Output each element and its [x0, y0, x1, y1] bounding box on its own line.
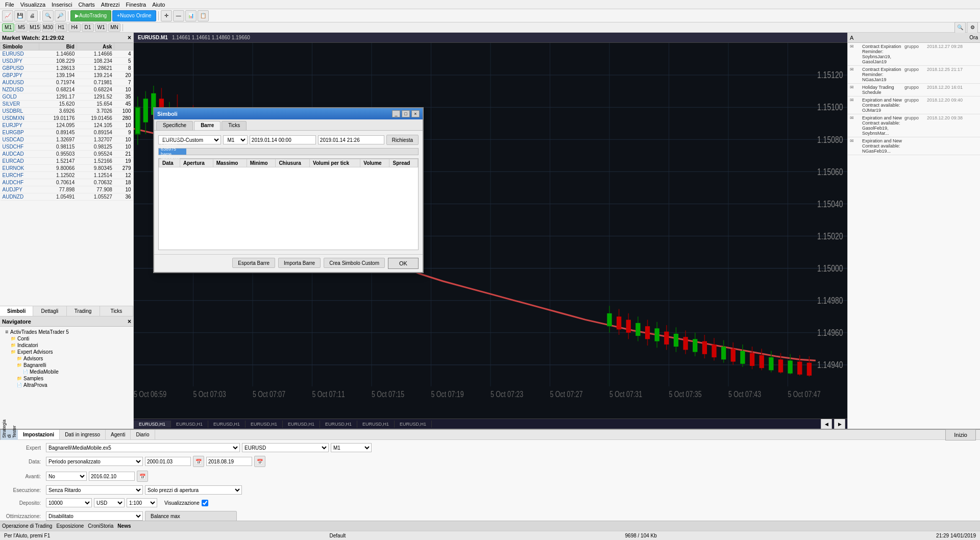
market-watch-close[interactable]: × [128, 34, 131, 41]
menu-attrezzi[interactable]: Attrezzi [98, 1, 123, 8]
importa-btn[interactable]: Importa Barre [278, 258, 321, 268]
chart-tab-eurusd-h1-4[interactable]: EURUSD,H1 [246, 421, 283, 428]
market-row[interactable]: GBPUSD 1.28613 1.28621 8 [1, 65, 133, 72]
tab-dati-ingresso[interactable]: Dati in ingresso [60, 430, 106, 439]
date-from-input[interactable] [145, 457, 191, 466]
market-row[interactable]: USDBRL 3.6926 3.7026 100 [1, 108, 133, 115]
tf-m5[interactable]: M5 [15, 23, 28, 32]
visualizzazione-check[interactable] [202, 500, 208, 506]
balance-btn[interactable]: Balance max [145, 511, 237, 521]
tree-item[interactable]: 📁 Indicatori [2, 342, 131, 349]
news-item[interactable]: ✉ Expiration and New Contract available:… [848, 96, 980, 114]
crosshair-btn[interactable]: ✛ [161, 10, 172, 21]
menu-visualizza[interactable]: Visualizza [17, 1, 48, 8]
expert-select[interactable]: Bagnarelli\MediaMobile.ex5 [46, 443, 240, 452]
dialog-maximize[interactable]: □ [402, 110, 410, 117]
data-select[interactable]: Periodo personalizzato [46, 457, 143, 466]
search-btn[interactable]: 🔍 [954, 22, 966, 33]
autotrading-btn[interactable]: ▶ AutoTrading [70, 10, 111, 21]
market-row[interactable]: AUDJPY 77.898 77.908 10 [1, 186, 133, 193]
chart-tab-eurusd-h1-6[interactable]: EURUSD,H1 [320, 421, 357, 428]
tree-item[interactable]: 📁 Expert Advisors [2, 349, 131, 355]
tf-m1[interactable]: M1 [2, 23, 14, 32]
richiesta-btn[interactable]: Richiesta [386, 135, 419, 145]
tf-h4[interactable]: H4 [68, 23, 81, 32]
zoom-in-btn[interactable]: 🔍 [42, 10, 54, 21]
dialog-tab-specifiche[interactable]: Specifiche [156, 121, 193, 130]
symbol-select[interactable]: EURUSD [242, 443, 329, 452]
tree-item[interactable]: 📁 Conti [2, 335, 131, 342]
line-btn[interactable]: — [173, 10, 184, 21]
tab-dettagli[interactable]: Dettagli [33, 306, 66, 316]
tf-d1[interactable]: D1 [82, 23, 94, 32]
template-btn[interactable]: 📋 [198, 10, 209, 21]
tf-mn[interactable]: MN [108, 23, 120, 32]
news-item[interactable]: ✉ Contract Expiration Reminder: NGasJan1… [848, 66, 980, 84]
menu-aiuto[interactable]: Aiuto [149, 1, 168, 8]
market-row[interactable]: GBPJPY 139.194 139.214 20 [1, 72, 133, 79]
tree-item[interactable]: 🖥 ActivTrades MetaTrader 5 [2, 329, 131, 335]
tab-operazione[interactable]: Operazione di Trading [2, 523, 52, 529]
tab-impostazioni[interactable]: Impostazioni [18, 430, 60, 439]
market-row[interactable]: EURCAD 1.52147 1.52166 19 [1, 158, 133, 165]
avanti-date-input[interactable] [89, 472, 135, 481]
chart-tab-eurusd-h1-2[interactable]: EURUSD,H1 [171, 421, 208, 428]
dialog-tf-select[interactable]: M1 [223, 135, 247, 144]
tab-diario[interactable]: Diario [131, 430, 155, 439]
tab-news[interactable]: News [117, 523, 131, 529]
market-row[interactable]: AUDCAD 0.95503 0.95524 21 [1, 151, 133, 158]
dialog-tab-ticks[interactable]: Ticks [222, 121, 247, 130]
news-item[interactable]: ✉ Expiration and New Contract available:… [848, 137, 980, 155]
market-row[interactable]: NZDUSD 0.68214 0.68224 10 [1, 86, 133, 93]
chart-tab-eurusd-h1-3[interactable]: EURUSD,H1 [208, 421, 246, 428]
save-btn[interactable]: 💾 [14, 10, 26, 21]
chart-scroll-right[interactable]: ▶ [834, 419, 845, 429]
tree-item[interactable]: 📄 AltraProva [2, 382, 131, 388]
tree-item[interactable]: 📄 MediaMobile [2, 369, 131, 375]
new-chart-btn[interactable]: 📈 [2, 10, 13, 21]
market-row[interactable]: USDCAD 1.32697 1.32707 10 [1, 136, 133, 143]
simboli-dialog[interactable]: Simboli _ □ × Specifiche Barre Ticks EUR… [153, 107, 424, 273]
inizio-btn[interactable]: Inizio [945, 429, 976, 440]
esecuzione-select[interactable]: Senza Ritardo [46, 485, 143, 495]
tab-cronistoria[interactable]: CroniStoria [88, 523, 113, 529]
market-row[interactable]: USDMXN 19.01176 19.01456 280 [1, 115, 133, 122]
date-from-cal[interactable]: 📅 [193, 456, 204, 467]
avanti-select[interactable]: No [46, 472, 87, 481]
tab-agenti[interactable]: Agenti [106, 430, 131, 439]
dialog-close[interactable]: × [411, 110, 420, 117]
tf-w1[interactable]: W1 [95, 23, 107, 32]
tester-side-tab[interactable]: Tester di Strategia [0, 430, 18, 440]
tab-esposizione[interactable]: Esposizione [56, 523, 84, 529]
avanti-cal[interactable]: 📅 [137, 471, 148, 482]
dialog-tab-barre[interactable]: Barre [194, 121, 220, 130]
print-btn[interactable]: 🖨 [27, 10, 38, 21]
ottimizzazione-select[interactable]: Disabilitato [46, 511, 143, 521]
news-item[interactable]: ✉ Holiday Trading Schedule gruppo 2018.1… [848, 84, 980, 96]
tf-m30[interactable]: M30 [42, 23, 54, 32]
market-row[interactable]: EURGBP 0.89145 0.89154 9 [1, 129, 133, 136]
market-row[interactable]: EURUSD 1.14660 1.14666 4 [1, 51, 133, 58]
crea-simbolo-btn[interactable]: Crea Simbolo Custom [324, 258, 385, 268]
market-row[interactable]: EURCHF 1.12502 1.12514 12 [1, 172, 133, 179]
menu-charts[interactable]: Charts [75, 1, 97, 8]
prezzi-select[interactable]: Solo prezzi di apertura [145, 485, 242, 495]
menu-file[interactable]: File [2, 1, 17, 8]
tab-ticks[interactable]: Ticks [100, 306, 133, 316]
market-row[interactable]: SILVER 15.620 15.654 45 [1, 101, 133, 108]
tab-simboli[interactable]: Simboli [0, 306, 33, 316]
tf-h1[interactable]: H1 [55, 23, 67, 32]
chart-tab-eurusd-h1-1[interactable]: EURUSD,H1 [134, 421, 171, 428]
navigator-close[interactable]: × [128, 318, 131, 325]
market-row[interactable]: AUDCHF 0.70614 0.70632 18 [1, 179, 133, 186]
tree-item[interactable]: 📁 Samples [2, 375, 131, 382]
timeframe-select[interactable]: M1 [331, 443, 372, 452]
market-row[interactable]: AUDNZD 1.05491 1.05527 36 [1, 193, 133, 201]
dialog-date-to[interactable] [318, 135, 384, 144]
date-to-input[interactable] [206, 457, 252, 466]
market-row[interactable]: EURNOK 9.80066 9.80345 279 [1, 165, 133, 172]
chart-tab-eurusd-h1-7[interactable]: EURUSD,H1 [357, 421, 395, 428]
tree-item[interactable]: 📁 Bagnarelli [2, 362, 131, 369]
tab-trading[interactable]: Trading [67, 306, 100, 316]
market-row[interactable]: AUDUSD 0.71974 0.71981 7 [1, 79, 133, 86]
